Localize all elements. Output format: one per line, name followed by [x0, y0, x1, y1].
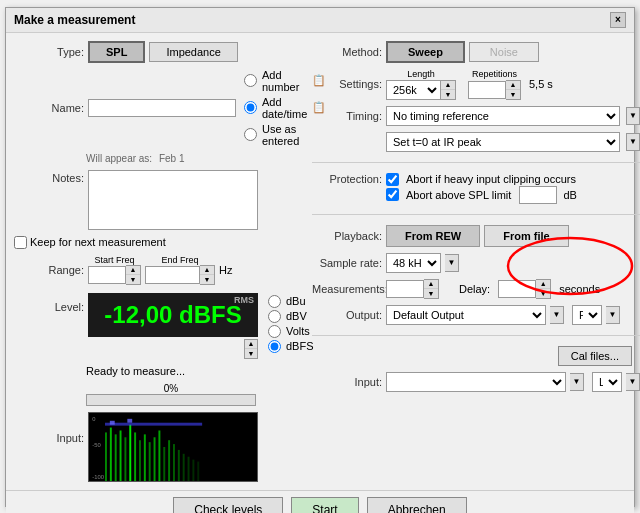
cancel-button[interactable]: Abbrechen	[367, 497, 467, 514]
input-dropdown[interactable]: ▼	[570, 373, 584, 391]
title-bar: Make a measurement ×	[6, 8, 634, 33]
check-levels-button[interactable]: Check levels	[173, 497, 283, 514]
spl-limit-input[interactable]: 100	[519, 186, 557, 204]
dbu-radio[interactable]	[268, 295, 281, 308]
repetitions-input[interactable]: 1	[468, 81, 506, 99]
type-label: Type:	[14, 46, 84, 58]
add-number-radio[interactable]	[244, 74, 257, 87]
svg-rect-20	[188, 456, 190, 480]
type-row: Type: SPL Impedance	[14, 41, 304, 63]
end-freq-label: End Freq	[161, 255, 198, 265]
method-label: Method:	[312, 46, 382, 58]
progress-area: 0%	[86, 383, 304, 406]
measurements-row: Measurements: 1 ▲ ▼ Delay: 3 ▲ ▼ sec	[312, 279, 640, 299]
dbfs-row: dBFS	[268, 340, 314, 353]
from-file-button[interactable]: From file	[484, 225, 568, 247]
end-freq-up[interactable]: ▲	[200, 266, 214, 275]
sample-rate-select[interactable]: 48 kHz 44.1 kHz 96 kHz	[386, 253, 441, 273]
from-rew-button[interactable]: From REW	[386, 225, 480, 247]
delay-spinner: ▲ ▼	[536, 279, 551, 299]
output-select[interactable]: Default Output	[386, 305, 546, 325]
measurements-down[interactable]: ▼	[424, 289, 438, 298]
name-input[interactable]	[88, 99, 236, 117]
delay-input[interactable]: 3	[498, 280, 536, 298]
add-number-label: Add number	[262, 69, 307, 93]
measurements-spinner: ▲ ▼	[424, 279, 439, 299]
protection-section: Protection: Abort if heavy input clippin…	[312, 173, 640, 204]
close-button[interactable]: ×	[610, 12, 626, 28]
delay-down[interactable]: ▼	[536, 289, 550, 298]
timing-select-1[interactable]: No timing reference Use timing reference	[386, 106, 620, 126]
end-freq-input[interactable]: 20.000	[145, 266, 200, 284]
start-freq-input[interactable]: 20	[88, 266, 126, 284]
dbv-label: dBV	[286, 310, 307, 322]
svg-rect-5	[115, 434, 117, 481]
separator-3	[312, 335, 640, 336]
level-value: -12,00 dBFS	[104, 301, 241, 328]
notes-label: Notes:	[14, 172, 84, 184]
settings-label: Settings:	[312, 78, 382, 90]
use-as-entered-radio[interactable]	[244, 128, 257, 141]
progress-bar	[86, 394, 256, 406]
add-datetime-radio[interactable]	[244, 101, 257, 114]
output-channel-select[interactable]: R L	[572, 305, 602, 325]
length-down[interactable]: ▼	[441, 90, 455, 99]
repetitions-up[interactable]: ▲	[506, 81, 520, 90]
input-lr-dropdown[interactable]: ▼	[626, 373, 640, 391]
dbv-radio[interactable]	[268, 310, 281, 323]
level-scroll-down[interactable]: ▼	[245, 349, 257, 358]
svg-rect-12	[149, 442, 151, 481]
notes-textarea[interactable]	[88, 170, 258, 230]
delay-up[interactable]: ▲	[536, 280, 550, 289]
volts-radio[interactable]	[268, 325, 281, 338]
sweep-button[interactable]: Sweep	[386, 41, 465, 63]
timing-dropdown-1[interactable]: ▼	[626, 107, 640, 125]
impedance-button[interactable]: Impedance	[149, 42, 237, 62]
dbfs-radio[interactable]	[268, 340, 281, 353]
svg-rect-15	[163, 447, 165, 481]
noise-button[interactable]: Noise	[469, 42, 539, 62]
input-select[interactable]	[386, 372, 566, 392]
timing-select-2[interactable]: Set t=0 at IR peak Other	[386, 132, 620, 152]
output-dropdown[interactable]: ▼	[550, 306, 564, 324]
separator-1	[312, 162, 640, 163]
end-freq-spinner: ▲ ▼	[200, 265, 215, 285]
dbv-row: dBV	[268, 310, 314, 323]
cal-files-button[interactable]: Cal files...	[558, 346, 632, 366]
start-button[interactable]: Start	[291, 497, 358, 514]
end-freq-down[interactable]: ▼	[200, 275, 214, 284]
input-channel-select[interactable]: L R	[592, 372, 622, 392]
level-scroll-up[interactable]: ▲	[245, 340, 257, 349]
start-freq-down[interactable]: ▼	[126, 275, 140, 284]
measurements-input[interactable]: 1	[386, 280, 424, 298]
protection-row-1: Protection: Abort if heavy input clippin…	[312, 173, 640, 186]
dbu-row: dBu	[268, 295, 314, 308]
output-lr-dropdown[interactable]: ▼	[606, 306, 620, 324]
notes-row: Notes:	[14, 170, 304, 230]
keep-next-row: Keep for next measurement	[14, 236, 304, 249]
length-select[interactable]: 256k 128k 512k	[386, 80, 441, 100]
level-row: Level: RMS -12,00 dBFS ▲ ▼	[14, 291, 304, 359]
svg-rect-3	[105, 432, 107, 481]
spl-button[interactable]: SPL	[88, 41, 145, 63]
svg-rect-9	[134, 432, 136, 481]
measurements-up[interactable]: ▲	[424, 280, 438, 289]
start-freq-up[interactable]: ▲	[126, 266, 140, 275]
keep-next-checkbox[interactable]	[14, 236, 27, 249]
timing-row-2: Set t=0 at IR peak Other ▼	[312, 132, 640, 152]
svg-rect-13	[154, 437, 156, 481]
sample-rate-dropdown[interactable]: ▼	[445, 254, 459, 272]
abort-spl-checkbox[interactable]	[386, 188, 399, 201]
seconds-label: seconds	[559, 283, 600, 295]
svg-text:-50: -50	[92, 442, 100, 448]
range-label: Range:	[14, 264, 84, 276]
length-up[interactable]: ▲	[441, 81, 455, 90]
timing-dropdown-2[interactable]: ▼	[626, 133, 640, 151]
name-row: Name: Add number 📋 Add date/time 📋	[14, 69, 304, 147]
keep-next-label: Keep for next measurement	[30, 236, 166, 248]
output-label: Output:	[312, 309, 382, 321]
name-label: Name:	[14, 102, 84, 114]
level-label: Level:	[14, 301, 84, 313]
repetitions-down[interactable]: ▼	[506, 90, 520, 99]
abort-clipping-checkbox[interactable]	[386, 173, 399, 186]
